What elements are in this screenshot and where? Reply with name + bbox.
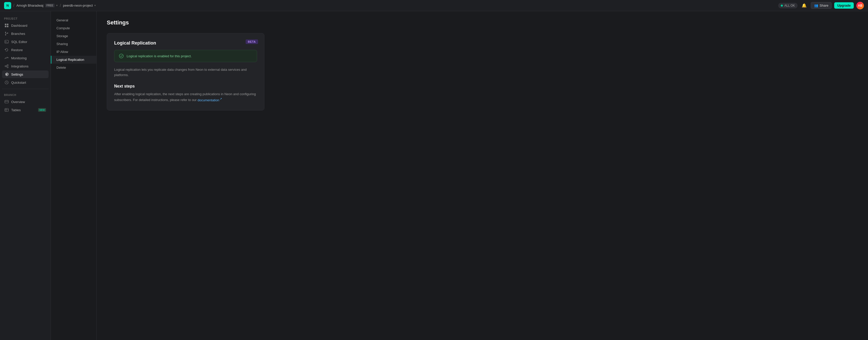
breadcrumb-separator-2: / — [60, 3, 61, 8]
settings-nav-general[interactable]: General — [51, 16, 96, 24]
settings-nav-compute[interactable]: Compute — [51, 24, 96, 32]
settings-nav: General Compute Storage Sharing IP Allow… — [51, 11, 97, 340]
check-circle-icon — [119, 54, 124, 58]
settings-nav-ip-allow[interactable]: IP Allow — [51, 48, 96, 56]
sidebar-item-overview[interactable]: Overview — [2, 98, 49, 106]
external-link-icon: ↗ — [220, 97, 222, 100]
quickstart-icon — [5, 80, 9, 84]
sidebar-overview-label: Overview — [11, 100, 25, 104]
svg-point-9 — [7, 65, 8, 66]
beta-badge: BETA — [246, 39, 258, 44]
sidebar-item-sql-editor[interactable]: SQL Editor — [2, 38, 49, 46]
svg-point-10 — [7, 67, 8, 68]
svg-rect-2 — [5, 26, 6, 27]
project-chevron-icon: ▾ — [94, 4, 96, 7]
sidebar-integrations-label: Integrations — [11, 64, 29, 68]
sidebar-item-settings[interactable]: Settings — [2, 70, 49, 78]
sidebar-branches-label: Branches — [11, 32, 25, 36]
topbar-right: ALL OK 🔔 👥 Share Upgrade AB — [778, 2, 864, 10]
sidebar: PROJECT Dashboard B — [0, 11, 51, 340]
settings-icon — [5, 72, 9, 76]
breadcrumb-user-label: Amogh Bharadwaj — [16, 4, 43, 7]
settings-nav-storage[interactable]: Storage — [51, 32, 96, 40]
main-content: General Compute Storage Sharing IP Allow… — [51, 11, 868, 340]
sidebar-dashboard-label: Dashboard — [11, 24, 27, 27]
status-label: ALL OK — [784, 4, 795, 7]
svg-rect-13 — [5, 108, 8, 111]
sidebar-item-integrations[interactable]: Integrations — [2, 62, 49, 70]
sidebar-quickstart-label: Quickstart — [11, 81, 26, 84]
svg-point-8 — [5, 66, 6, 67]
sidebar-monitoring-label: Monitoring — [11, 56, 27, 60]
sidebar-sql-editor-label: SQL Editor — [11, 40, 27, 44]
branches-icon — [5, 32, 9, 36]
tables-new-badge: NEW — [38, 108, 46, 112]
overview-icon — [5, 100, 9, 104]
integrations-icon — [5, 64, 9, 68]
tables-icon — [5, 108, 9, 112]
next-steps-title: Next steps — [114, 84, 257, 89]
breadcrumb-project-label: peerdb-neon-project — [63, 4, 93, 7]
share-icon: 👥 — [814, 4, 818, 7]
svg-rect-12 — [5, 100, 8, 103]
settings-nav-sharing[interactable]: Sharing — [51, 40, 96, 48]
share-label: Share — [820, 4, 829, 7]
monitoring-icon — [5, 56, 9, 60]
notifications-button[interactable]: 🔔 — [800, 2, 808, 10]
sidebar-item-restore[interactable]: Restore — [2, 46, 49, 54]
svg-point-14 — [119, 54, 123, 58]
topbar-left: N / Amogh Bharadwaj FREE ▾ / peerdb-neon… — [4, 2, 96, 9]
layout: PROJECT Dashboard B — [0, 11, 868, 340]
svg-rect-1 — [7, 24, 8, 25]
logical-replication-card: BETA Logical Replication Logical replica… — [107, 33, 265, 110]
sidebar-tables-label: Tables — [11, 108, 21, 112]
breadcrumb-separator-1: / — [13, 3, 14, 8]
free-badge: FREE — [45, 4, 55, 7]
status-dot-icon — [781, 5, 783, 7]
steps-description: After enabling logical replication, the … — [114, 92, 257, 103]
chevron-down-icon: ▾ — [56, 4, 58, 7]
settings-nav-logical-replication[interactable]: Logical Replication — [51, 56, 96, 64]
card-title: Logical Replication — [114, 40, 257, 46]
sidebar-divider — [2, 89, 49, 89]
restore-icon — [5, 48, 9, 52]
topbar: N / Amogh Bharadwaj FREE ▾ / peerdb-neon… — [0, 0, 868, 11]
description-text: Logical replication lets you replicate d… — [114, 67, 257, 78]
svg-rect-3 — [7, 26, 8, 27]
sidebar-item-branches[interactable]: Branches — [2, 30, 49, 37]
dashboard-icon — [5, 23, 9, 27]
upgrade-button[interactable]: Upgrade — [834, 2, 854, 9]
share-button[interactable]: 👥 Share — [811, 2, 832, 9]
status-indicator: ALL OK — [778, 3, 798, 8]
breadcrumb-user[interactable]: Amogh Bharadwaj FREE ▾ — [16, 4, 58, 7]
content-area: Settings BETA Logical Replication Logica… — [97, 11, 868, 340]
documentation-link[interactable]: documentation↗ — [197, 98, 222, 102]
logo-icon[interactable]: N — [4, 2, 11, 9]
svg-point-5 — [5, 34, 6, 35]
sidebar-item-monitoring[interactable]: Monitoring — [2, 54, 49, 62]
settings-nav-delete[interactable]: Delete — [51, 64, 96, 72]
project-section-label: PROJECT — [2, 15, 49, 21]
svg-rect-7 — [5, 40, 8, 43]
sidebar-item-quickstart[interactable]: Quickstart — [2, 79, 49, 86]
sidebar-item-tables[interactable]: Tables NEW — [2, 106, 49, 114]
success-alert: Logical replication is enabled for this … — [114, 50, 257, 62]
sidebar-restore-label: Restore — [11, 48, 23, 52]
svg-point-4 — [5, 32, 6, 33]
svg-rect-0 — [5, 24, 6, 25]
sidebar-settings-label: Settings — [11, 73, 23, 76]
breadcrumb-project[interactable]: peerdb-neon-project ▾ — [63, 4, 96, 7]
sidebar-item-dashboard[interactable]: Dashboard — [2, 22, 49, 29]
sql-editor-icon — [5, 40, 9, 44]
branch-section-label: BRANCH — [2, 92, 49, 97]
avatar[interactable]: AB — [856, 2, 864, 9]
success-message: Logical replication is enabled for this … — [127, 54, 192, 58]
page-title: Settings — [107, 19, 858, 26]
